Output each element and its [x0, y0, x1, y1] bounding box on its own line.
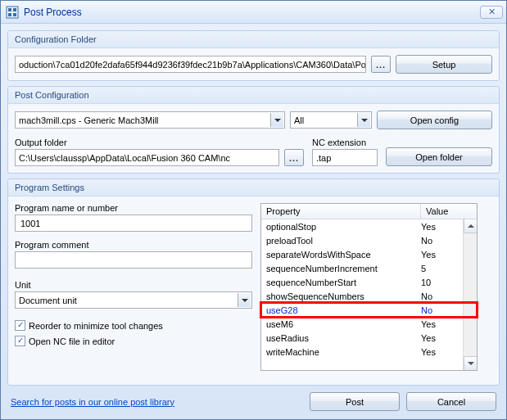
- program-name-label: Program name or number: [15, 203, 252, 213]
- app-icon: [6, 6, 19, 19]
- property-name: sequenceNumberStart: [266, 278, 421, 287]
- post-button[interactable]: Post: [310, 392, 400, 411]
- scrollbar[interactable]: [463, 219, 477, 370]
- property-name: useRadius: [266, 333, 421, 343]
- properties-table-header: Property Value: [261, 204, 477, 219]
- filter-select[interactable]: All: [290, 111, 372, 129]
- chevron-down-icon: [274, 119, 281, 122]
- arrow-down-icon: [468, 362, 474, 365]
- svg-rect-2: [13, 8, 16, 11]
- table-row[interactable]: useM6Yes: [261, 317, 477, 331]
- property-name: useM6: [266, 319, 421, 329]
- property-name: useG28: [266, 305, 421, 315]
- column-value[interactable]: Value: [421, 204, 477, 219]
- properties-table-body[interactable]: optionalStopYespreloadToolNoseparateWord…: [261, 219, 477, 370]
- post-process-window: Post Process ✕ Configuration Folder oduc…: [0, 0, 507, 420]
- table-row[interactable]: useRadiusYes: [261, 331, 477, 345]
- scroll-up-button[interactable]: [464, 219, 477, 233]
- post-config-group: Post Configuration mach3mill.cps - Gener…: [7, 86, 500, 174]
- setup-button[interactable]: Setup: [396, 55, 492, 74]
- output-folder-browse-button[interactable]: ...: [284, 149, 304, 166]
- properties-table: Property Value optionalStopYespreloadToo…: [260, 203, 478, 371]
- program-settings-header: Program Settings: [8, 179, 499, 196]
- open-folder-button[interactable]: Open folder: [386, 147, 492, 166]
- table-row[interactable]: sequenceNumberIncrement5: [261, 261, 477, 275]
- property-name: sequenceNumberIncrement: [266, 264, 421, 273]
- open-nc-checkbox-row[interactable]: Open NC file in editor: [15, 336, 252, 346]
- open-nc-label: Open NC file in editor: [29, 336, 115, 346]
- program-name-field[interactable]: 1001: [15, 215, 252, 232]
- arrow-up-icon: [468, 224, 474, 228]
- cancel-button[interactable]: Cancel: [406, 392, 496, 411]
- post-config-header: Post Configuration: [8, 87, 499, 104]
- table-row[interactable]: preloadToolNo: [261, 233, 477, 247]
- property-name: optionalStop: [266, 222, 421, 232]
- property-name: preloadTool: [266, 236, 421, 246]
- unit-label: Unit: [15, 280, 252, 290]
- svg-rect-4: [13, 13, 16, 16]
- config-folder-group: Configuration Folder oduction\7ca01d20fe…: [7, 30, 500, 81]
- config-folder-browse-button[interactable]: ...: [371, 56, 391, 73]
- scroll-down-button[interactable]: [464, 356, 477, 370]
- table-row[interactable]: optionalStopYes: [261, 219, 477, 233]
- output-folder-field[interactable]: C:\Users\claussp\AppData\Local\Fusion 36…: [15, 149, 279, 166]
- close-button[interactable]: ✕: [480, 6, 503, 19]
- property-name: writeMachine: [266, 347, 421, 357]
- table-row[interactable]: useG28No: [261, 303, 477, 317]
- open-config-button[interactable]: Open config: [377, 111, 492, 129]
- reorder-checkbox-row[interactable]: Reorder to minimize tool changes: [15, 320, 252, 331]
- ellipsis-icon: ...: [289, 153, 299, 163]
- titlebar: Post Process ✕: [1, 1, 506, 24]
- window-title: Post Process: [24, 7, 480, 18]
- program-comment-field[interactable]: [15, 251, 252, 269]
- output-folder-label: Output folder: [15, 138, 304, 147]
- unit-select[interactable]: Document unit: [15, 291, 252, 309]
- svg-rect-1: [8, 8, 11, 11]
- program-comment-label: Program comment: [15, 240, 252, 250]
- checkbox-icon: [15, 336, 25, 346]
- post-select[interactable]: mach3mill.cps - Generic Mach3Mill: [15, 111, 285, 129]
- chevron-down-icon: [361, 119, 368, 122]
- table-row[interactable]: writeMachineYes: [261, 345, 477, 359]
- property-name: separateWordsWithSpace: [266, 250, 421, 260]
- table-row[interactable]: sequenceNumberStart10: [261, 275, 477, 289]
- checkbox-icon: [15, 320, 25, 331]
- nc-extension-label: NC extension: [312, 138, 378, 147]
- chevron-down-icon: [242, 299, 248, 302]
- nc-extension-field[interactable]: .tap: [312, 149, 378, 166]
- table-row[interactable]: separateWordsWithSpaceYes: [261, 247, 477, 261]
- program-settings-group: Program Settings Program name or number …: [7, 178, 500, 386]
- close-icon: ✕: [488, 7, 496, 17]
- content-area: Configuration Folder oduction\7ca01d20fe…: [1, 24, 506, 419]
- ellipsis-icon: ...: [376, 60, 386, 70]
- svg-rect-3: [8, 13, 11, 16]
- footer: Search for posts in our online post libr…: [7, 391, 500, 411]
- config-folder-path[interactable]: oduction\7ca01d20fe2dafa65f944d9236f39fd…: [15, 56, 366, 73]
- config-folder-header: Configuration Folder: [8, 31, 499, 48]
- post-library-link[interactable]: Search for posts in our online post libr…: [11, 397, 174, 407]
- column-property[interactable]: Property: [261, 204, 421, 219]
- property-name: showSequenceNumbers: [266, 291, 421, 301]
- reorder-label: Reorder to minimize tool changes: [29, 321, 163, 331]
- table-row[interactable]: showSequenceNumbersNo: [261, 289, 477, 303]
